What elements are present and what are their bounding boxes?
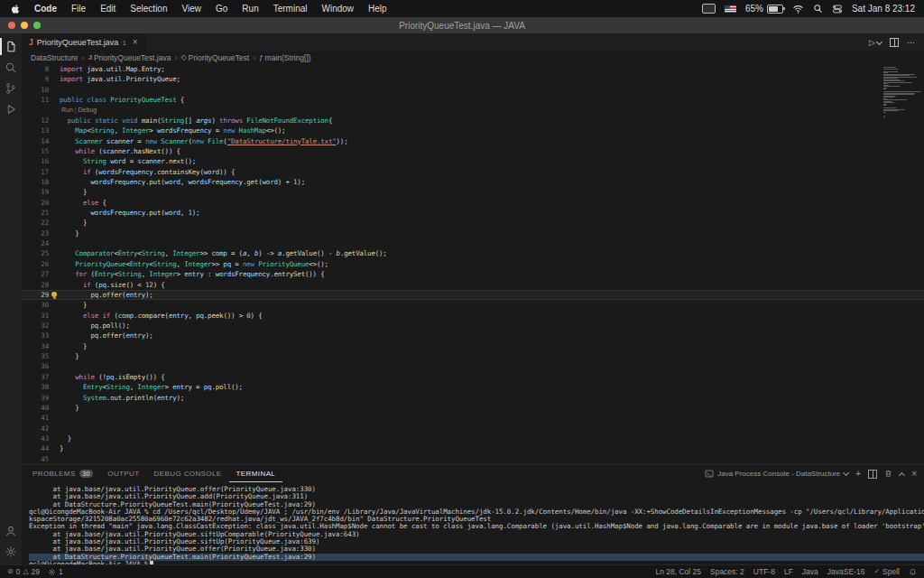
code-line-15[interactable]: 15 while (scanner.hasNext()) { — [22, 146, 924, 156]
line-number[interactable]: 24 — [22, 238, 49, 248]
split-terminal-icon[interactable] — [868, 470, 877, 479]
line-number[interactable]: 37 — [22, 372, 49, 382]
line-number[interactable]: 19 — [22, 187, 49, 197]
ports-status[interactable]: 1 — [48, 567, 63, 576]
search-icon[interactable] — [813, 4, 823, 14]
line-number[interactable]: 30 — [22, 300, 49, 310]
menu-code[interactable]: Code — [27, 4, 64, 14]
menu-edit[interactable]: Edit — [93, 4, 123, 14]
minimap[interactable] — [881, 64, 922, 464]
line-number[interactable]: 10 — [22, 85, 49, 95]
lightbulb-icon[interactable] — [51, 292, 57, 297]
code-line-27[interactable]: 27 for (Entry<String, Integer> entry : w… — [22, 269, 924, 279]
line-number[interactable]: 17 — [22, 167, 49, 177]
line-number[interactable]: 8 — [22, 64, 49, 74]
code-line-39[interactable]: 39 System.out.println(entry); — [22, 393, 924, 403]
code-line-28[interactable]: 28 if (pq.size() < 12) { — [22, 280, 924, 290]
menu-go[interactable]: Go — [208, 4, 235, 14]
line-number[interactable]: 28 — [22, 280, 49, 290]
code-line-19[interactable]: 19 } — [22, 187, 924, 197]
code-line-33[interactable]: 33 pq.offer(entry); — [22, 331, 924, 340]
line-number[interactable]: 42 — [22, 424, 49, 434]
code-line-37[interactable]: 37 while (!pq.isEmpty()) { — [22, 372, 924, 382]
code-line-9[interactable]: 9import java.util.PriorityQueue; — [22, 74, 924, 84]
breadcrumb-item[interactable]: JPriorityQueueTest.java — [88, 53, 171, 62]
maximize-window-button[interactable] — [33, 22, 41, 29]
line-number[interactable]: 18 — [22, 177, 49, 187]
breadcrumb-item[interactable]: DataStructure — [31, 53, 78, 62]
line-number[interactable]: 31 — [22, 311, 49, 321]
line-number[interactable]: 36 — [22, 361, 49, 371]
status-encoding[interactable]: UTF-8 — [753, 567, 775, 576]
panel-tab-terminal[interactable]: TERMINAL — [229, 465, 283, 482]
code-line-13[interactable]: 13 Map<String, Integer> wordsFrequency =… — [22, 126, 924, 135]
code-line-17[interactable]: 17 if (wordsFrequency.containsKey(word))… — [22, 167, 924, 177]
line-number[interactable]: 35 — [22, 351, 49, 361]
menu-view[interactable]: View — [175, 4, 209, 14]
status-cursor-position[interactable]: Ln 28, Col 25 — [655, 567, 701, 576]
line-number[interactable]: 20 — [22, 198, 49, 208]
code-line-23[interactable]: 23 } — [22, 228, 924, 238]
line-number[interactable]: 22 — [22, 218, 49, 228]
code-line-21[interactable]: 21 wordsFrequency.put(word, 1); — [22, 208, 924, 218]
code-line-20[interactable]: 20 else { — [22, 198, 924, 208]
code-line-45[interactable]: 45 — [22, 454, 924, 464]
menu-run[interactable]: Run — [235, 4, 265, 14]
more-actions-icon[interactable]: ⋯ — [907, 38, 915, 47]
control-center-icon[interactable] — [832, 5, 843, 14]
status-eol[interactable]: LF — [784, 567, 793, 576]
code-line-42[interactable]: 42 — [22, 424, 924, 434]
run-java-button[interactable]: ▷ — [869, 38, 882, 47]
display-icon[interactable] — [702, 4, 716, 14]
code-line-38[interactable]: 38 Entry<String, Integer> entry = pq.pol… — [22, 382, 924, 392]
run-and-debug-icon[interactable] — [0, 98, 22, 119]
line-number[interactable]: 14 — [22, 136, 49, 146]
code-line-32[interactable]: 32 pq.poll(); — [22, 321, 924, 331]
code-line-8[interactable]: 8import java.util.Map.Entry; — [22, 64, 924, 74]
maximize-panel-icon[interactable] — [899, 471, 905, 478]
panel-tab-debug-console[interactable]: DEBUG CONSOLE — [147, 465, 229, 482]
line-number[interactable]: 44 — [22, 443, 49, 453]
apple-menu-icon[interactable] — [9, 4, 27, 14]
line-number[interactable]: 21 — [22, 208, 49, 218]
keyboard-layout-flag-icon[interactable] — [725, 5, 736, 13]
code-line-12[interactable]: 12 public static void main(String[] args… — [22, 116, 924, 126]
kill-terminal-icon[interactable] — [884, 470, 892, 478]
code-line-22[interactable]: 22 } — [22, 218, 924, 228]
menu-file[interactable]: File — [64, 4, 93, 14]
line-number[interactable]: 45 — [22, 454, 49, 464]
minimize-window-button[interactable] — [21, 22, 28, 29]
menu-selection[interactable]: Selection — [123, 4, 174, 14]
terminal-output[interactable]: at java.base/java.util.PriorityQueue.off… — [22, 482, 924, 565]
source-control-icon[interactable] — [0, 78, 22, 98]
line-number[interactable]: 13 — [22, 126, 49, 135]
battery-status[interactable]: 65% — [745, 4, 783, 14]
explorer-icon[interactable] — [0, 36, 22, 57]
wifi-icon[interactable] — [792, 5, 804, 14]
problems-status[interactable]: ⊘ 0 △ 29 — [7, 567, 40, 576]
line-number[interactable]: 43 — [22, 434, 49, 443]
line-number[interactable]: 29 — [22, 290, 49, 300]
line-number[interactable]: 34 — [22, 341, 49, 351]
notifications-bell-icon[interactable] — [909, 568, 917, 576]
line-number[interactable]: 39 — [22, 393, 49, 403]
line-number[interactable]: 11 — [22, 95, 49, 105]
status-indentation[interactable]: Spaces: 2 — [710, 567, 744, 576]
code-line-10[interactable]: 10 — [22, 85, 924, 95]
menu-window[interactable]: Window — [315, 4, 362, 14]
breadcrumb-item[interactable]: ◇PriorityQueueTest — [180, 53, 249, 62]
search-sidebar-icon[interactable] — [0, 57, 22, 78]
line-number[interactable]: 38 — [22, 382, 49, 392]
code-line-25[interactable]: 25 Comparator<Entry<String, Integer>> co… — [22, 248, 924, 258]
code-line-36[interactable]: 36 — [22, 361, 924, 371]
line-number[interactable]: 26 — [22, 259, 49, 269]
breadcrumb-item[interactable]: ƒmain(String[]) — [259, 53, 310, 62]
menu-terminal[interactable]: Terminal — [266, 4, 315, 14]
line-number[interactable]: 32 — [22, 321, 49, 331]
status-java-runtime[interactable]: JavaSE-16 — [827, 567, 865, 576]
line-number[interactable]: 33 — [22, 331, 49, 340]
line-number[interactable]: 41 — [22, 413, 49, 423]
code-line-41[interactable]: 41 — [22, 413, 924, 423]
menu-bar-clock[interactable]: Sat Jan 8 23:12 — [852, 4, 915, 14]
code-line-26[interactable]: 26 PriorityQueue<Entry<String, Integer>>… — [22, 259, 924, 269]
